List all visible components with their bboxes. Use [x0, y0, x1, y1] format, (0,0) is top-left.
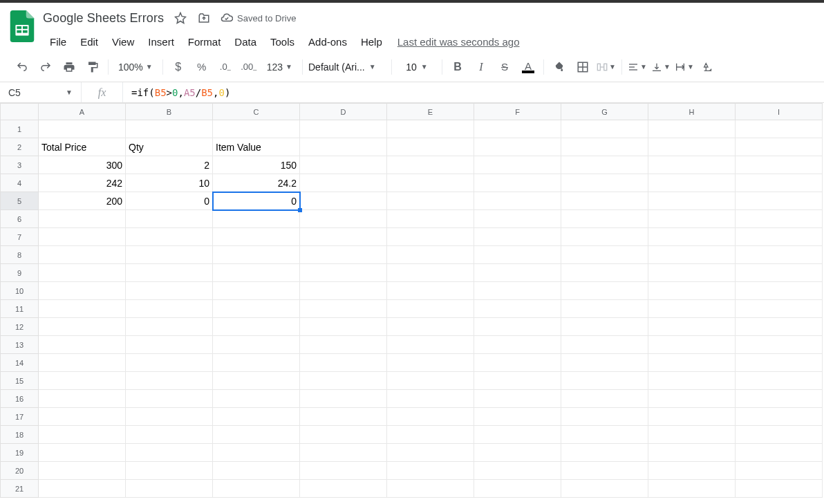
cell[interactable]	[474, 354, 561, 372]
cell[interactable]	[648, 192, 736, 210]
cell[interactable]	[561, 354, 648, 372]
cell[interactable]	[300, 408, 387, 426]
cell[interactable]	[648, 426, 736, 444]
cell[interactable]	[126, 282, 213, 300]
save-status[interactable]: Saved to Drive	[221, 12, 296, 24]
font-family-selector[interactable]: Default (Ari... ▼	[308, 62, 386, 73]
undo-button[interactable]	[12, 57, 32, 77]
cell[interactable]	[736, 390, 823, 408]
percent-button[interactable]: %	[192, 57, 212, 77]
cell[interactable]	[561, 426, 648, 444]
row-header[interactable]: 19	[1, 444, 39, 462]
cell[interactable]	[213, 390, 300, 408]
cell[interactable]	[39, 480, 126, 498]
cell[interactable]	[39, 264, 126, 282]
cell[interactable]	[300, 390, 387, 408]
fill-color-button[interactable]	[550, 57, 569, 77]
cell[interactable]	[126, 480, 213, 498]
cell[interactable]	[736, 480, 823, 498]
cell[interactable]	[213, 264, 300, 282]
cell[interactable]	[126, 300, 213, 318]
cell[interactable]	[213, 426, 300, 444]
cell[interactable]	[736, 282, 823, 300]
cell[interactable]	[387, 426, 474, 444]
cell[interactable]: 150	[213, 156, 300, 174]
cell[interactable]	[474, 210, 561, 228]
cell[interactable]	[648, 300, 736, 318]
cell[interactable]	[648, 138, 736, 156]
cell[interactable]	[561, 390, 648, 408]
cell[interactable]	[39, 228, 126, 246]
cell[interactable]	[648, 336, 736, 354]
cell[interactable]	[387, 282, 474, 300]
column-header[interactable]: C	[213, 104, 300, 120]
spreadsheet-grid[interactable]: ABCDEFGHI12Total PriceQtyItem Value33002…	[0, 103, 824, 498]
cell[interactable]	[126, 246, 213, 264]
last-edit-link[interactable]: Last edit was seconds ago	[397, 32, 520, 52]
cell[interactable]: Item Value	[213, 138, 300, 156]
cell[interactable]	[648, 246, 736, 264]
cell[interactable]	[561, 300, 648, 318]
cell[interactable]	[126, 120, 213, 138]
cell[interactable]	[736, 372, 823, 390]
document-title[interactable]: Google Sheets Errors	[43, 11, 164, 26]
row-header[interactable]: 17	[1, 408, 39, 426]
cell[interactable]	[126, 372, 213, 390]
cell[interactable]	[213, 210, 300, 228]
column-header[interactable]: H	[648, 104, 736, 120]
bold-button[interactable]: B	[448, 57, 467, 77]
row-header[interactable]: 20	[1, 462, 39, 480]
cell[interactable]	[300, 156, 387, 174]
cell[interactable]	[126, 408, 213, 426]
cell[interactable]	[736, 408, 823, 426]
cell[interactable]	[387, 372, 474, 390]
row-header[interactable]: 4	[1, 174, 39, 192]
cell[interactable]	[387, 264, 474, 282]
cell[interactable]	[126, 336, 213, 354]
cell[interactable]	[300, 210, 387, 228]
cell[interactable]	[736, 318, 823, 336]
cell[interactable]	[387, 300, 474, 318]
cell[interactable]	[213, 354, 300, 372]
cell[interactable]	[300, 426, 387, 444]
cell[interactable]	[561, 192, 648, 210]
sheets-logo-icon[interactable]	[8, 8, 36, 44]
currency-button[interactable]: $	[169, 57, 188, 77]
cell[interactable]	[126, 264, 213, 282]
cell[interactable]	[648, 174, 736, 192]
cell[interactable]	[561, 138, 648, 156]
row-header[interactable]: 3	[1, 156, 39, 174]
cell[interactable]	[300, 480, 387, 498]
cell[interactable]	[213, 228, 300, 246]
cell[interactable]	[300, 138, 387, 156]
cell[interactable]	[474, 318, 561, 336]
cell[interactable]	[213, 120, 300, 138]
menu-file[interactable]: File	[43, 32, 73, 52]
cell[interactable]	[561, 156, 648, 174]
cell[interactable]	[736, 354, 823, 372]
cell[interactable]	[474, 300, 561, 318]
cell[interactable]	[474, 138, 561, 156]
cell[interactable]	[474, 282, 561, 300]
cell[interactable]	[387, 354, 474, 372]
redo-button[interactable]	[36, 57, 55, 77]
cell[interactable]	[213, 318, 300, 336]
decrease-decimal-button[interactable]: .0_	[216, 57, 235, 77]
cell[interactable]	[561, 264, 648, 282]
column-header[interactable]: B	[126, 104, 213, 120]
cell[interactable]: 242	[39, 174, 126, 192]
cell[interactable]	[736, 300, 823, 318]
cell[interactable]	[736, 210, 823, 228]
cell[interactable]	[561, 174, 648, 192]
cell[interactable]	[387, 390, 474, 408]
cell[interactable]	[648, 462, 736, 480]
cell[interactable]	[736, 120, 823, 138]
cell[interactable]	[648, 156, 736, 174]
row-header[interactable]: 1	[1, 120, 39, 138]
cell[interactable]	[213, 336, 300, 354]
cell[interactable]: 0	[126, 192, 213, 210]
cell[interactable]	[648, 120, 736, 138]
cell[interactable]	[300, 444, 387, 462]
cell[interactable]	[474, 480, 561, 498]
font-size-selector[interactable]: 10 ▼	[397, 62, 436, 73]
